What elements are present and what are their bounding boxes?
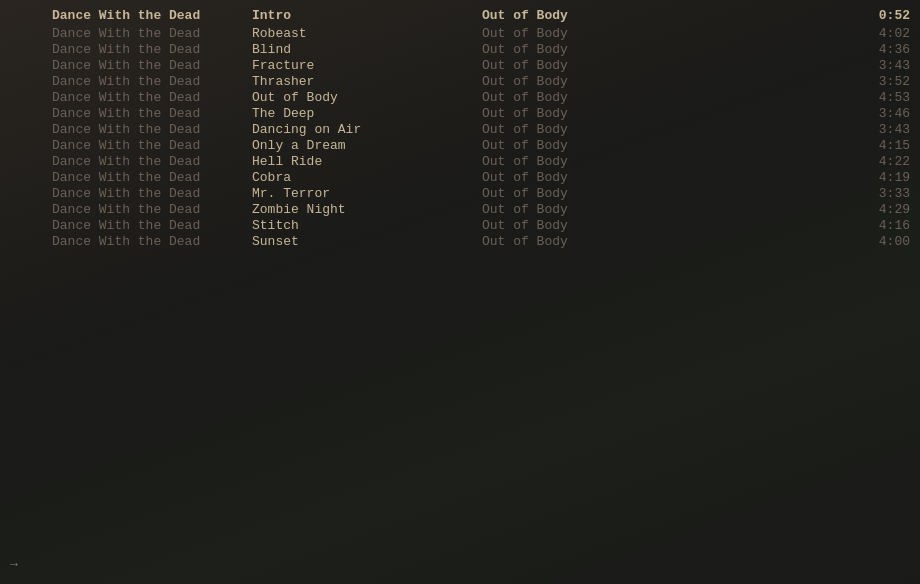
track-artist: Dance With the Dead bbox=[52, 170, 252, 186]
track-title: Only a Dream bbox=[252, 138, 482, 154]
track-artist: Dance With the Dead bbox=[52, 202, 252, 218]
track-artist: Dance With the Dead bbox=[52, 58, 252, 74]
track-album: Out of Body bbox=[482, 170, 850, 186]
track-duration: 3:43 bbox=[850, 58, 910, 74]
track-list: Dance With the Dead Intro Out of Body 0:… bbox=[0, 0, 920, 258]
track-title: Hell Ride bbox=[252, 154, 482, 170]
track-artist: Dance With the Dead bbox=[52, 122, 252, 138]
track-artist: Dance With the Dead bbox=[52, 90, 252, 106]
track-title: Mr. Terror bbox=[252, 186, 482, 202]
track-album: Out of Body bbox=[482, 234, 850, 250]
track-title: Robeast bbox=[252, 26, 482, 42]
track-artist: Dance With the Dead bbox=[52, 234, 252, 250]
table-row[interactable]: Dance With the DeadSunsetOut of Body4:00 bbox=[0, 234, 920, 250]
table-row[interactable]: Dance With the DeadMr. TerrorOut of Body… bbox=[0, 186, 920, 202]
track-album: Out of Body bbox=[482, 58, 850, 74]
table-row[interactable]: Dance With the DeadFractureOut of Body3:… bbox=[0, 58, 920, 74]
track-duration: 3:52 bbox=[850, 74, 910, 90]
track-duration: 4:29 bbox=[850, 202, 910, 218]
track-duration: 4:15 bbox=[850, 138, 910, 154]
track-title: Blind bbox=[252, 42, 482, 58]
table-row[interactable]: Dance With the DeadStitchOut of Body4:16 bbox=[0, 218, 920, 234]
track-artist: Dance With the Dead bbox=[52, 218, 252, 234]
track-album: Out of Body bbox=[482, 122, 850, 138]
table-row[interactable]: Dance With the DeadThrasherOut of Body3:… bbox=[0, 74, 920, 90]
track-list-header: Dance With the Dead Intro Out of Body 0:… bbox=[0, 8, 920, 24]
track-artist: Dance With the Dead bbox=[52, 106, 252, 122]
track-title: Cobra bbox=[252, 170, 482, 186]
track-artist: Dance With the Dead bbox=[52, 26, 252, 42]
track-duration: 4:19 bbox=[850, 170, 910, 186]
table-row[interactable]: Dance With the DeadBlindOut of Body4:36 bbox=[0, 42, 920, 58]
track-title: Zombie Night bbox=[252, 202, 482, 218]
track-title: Dancing on Air bbox=[252, 122, 482, 138]
track-title: Sunset bbox=[252, 234, 482, 250]
track-album: Out of Body bbox=[482, 26, 850, 42]
header-album: Out of Body bbox=[482, 8, 850, 24]
table-row[interactable]: Dance With the DeadOnly a DreamOut of Bo… bbox=[0, 138, 920, 154]
track-duration: 4:22 bbox=[850, 154, 910, 170]
header-title: Intro bbox=[252, 8, 482, 24]
track-artist: Dance With the Dead bbox=[52, 186, 252, 202]
track-duration: 3:46 bbox=[850, 106, 910, 122]
track-artist: Dance With the Dead bbox=[52, 42, 252, 58]
table-row[interactable]: Dance With the DeadOut of BodyOut of Bod… bbox=[0, 90, 920, 106]
track-duration: 3:33 bbox=[850, 186, 910, 202]
table-row[interactable]: Dance With the DeadThe DeepOut of Body3:… bbox=[0, 106, 920, 122]
track-album: Out of Body bbox=[482, 218, 850, 234]
track-album: Out of Body bbox=[482, 106, 850, 122]
track-title: Fracture bbox=[252, 58, 482, 74]
track-album: Out of Body bbox=[482, 42, 850, 58]
track-duration: 4:36 bbox=[850, 42, 910, 58]
track-duration: 3:43 bbox=[850, 122, 910, 138]
arrow-indicator: → bbox=[10, 557, 18, 572]
table-row[interactable]: Dance With the DeadRobeastOut of Body4:0… bbox=[0, 26, 920, 42]
track-album: Out of Body bbox=[482, 74, 850, 90]
track-title: Thrasher bbox=[252, 74, 482, 90]
track-album: Out of Body bbox=[482, 154, 850, 170]
track-title: Stitch bbox=[252, 218, 482, 234]
track-album: Out of Body bbox=[482, 90, 850, 106]
track-album: Out of Body bbox=[482, 202, 850, 218]
track-title: Out of Body bbox=[252, 90, 482, 106]
table-row[interactable]: Dance With the DeadZombie NightOut of Bo… bbox=[0, 202, 920, 218]
table-row[interactable]: Dance With the DeadHell RideOut of Body4… bbox=[0, 154, 920, 170]
track-artist: Dance With the Dead bbox=[52, 74, 252, 90]
track-duration: 4:16 bbox=[850, 218, 910, 234]
header-duration: 0:52 bbox=[850, 8, 910, 24]
track-album: Out of Body bbox=[482, 138, 850, 154]
track-duration: 4:53 bbox=[850, 90, 910, 106]
track-title: The Deep bbox=[252, 106, 482, 122]
header-artist: Dance With the Dead bbox=[52, 8, 252, 24]
track-duration: 4:00 bbox=[850, 234, 910, 250]
track-duration: 4:02 bbox=[850, 26, 910, 42]
track-artist: Dance With the Dead bbox=[52, 154, 252, 170]
track-artist: Dance With the Dead bbox=[52, 138, 252, 154]
table-row[interactable]: Dance With the DeadCobraOut of Body4:19 bbox=[0, 170, 920, 186]
track-album: Out of Body bbox=[482, 186, 850, 202]
table-row[interactable]: Dance With the DeadDancing on AirOut of … bbox=[0, 122, 920, 138]
